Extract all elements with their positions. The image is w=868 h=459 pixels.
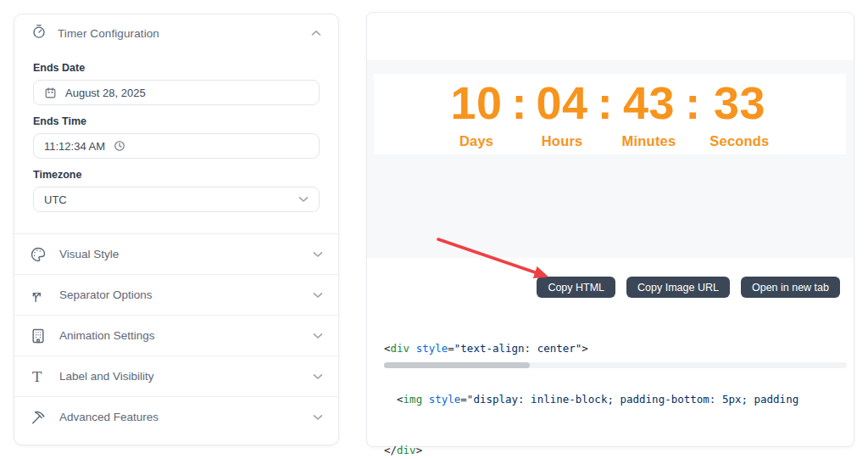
building-icon — [30, 327, 47, 344]
countdown-separator: : — [676, 80, 709, 126]
open-in-new-tab-button[interactable]: Open in new tab — [741, 277, 840, 298]
minutes-value: 43 — [623, 80, 675, 126]
countdown-separator: : — [503, 80, 537, 126]
seconds-label: Seconds — [709, 133, 769, 149]
timezone-label: Timezone — [33, 169, 320, 181]
timer-config-fields: Ends Date August 28, 2025 Ends Time 11:1… — [14, 62, 338, 212]
code-line: <div style="text-align: center"> — [384, 340, 853, 357]
chevron-down-icon — [298, 196, 309, 203]
export-actions: Copy HTML Copy Image URL Open in new tab — [537, 277, 840, 298]
countdown-days: 10 Days — [450, 80, 502, 149]
copy-html-button[interactable]: Copy HTML — [537, 277, 615, 298]
svg-text:T: T — [32, 368, 42, 385]
section-visual-style[interactable]: Visual Style — [14, 233, 338, 274]
section-animation-settings[interactable]: Animation Settings — [14, 315, 338, 355]
scrollbar-thumb[interactable] — [384, 362, 530, 368]
section-advanced-features[interactable]: Advanced Features — [14, 396, 338, 437]
timer-widget-builder: Timer Configuration Ends Date August 28,… — [0, 0, 868, 459]
minutes-label: Minutes — [622, 133, 676, 149]
pickaxe-icon — [30, 409, 47, 426]
days-label: Days — [459, 133, 493, 149]
chevron-up-icon — [311, 30, 321, 36]
ends-date-label: Ends Date — [33, 62, 320, 74]
chevron-down-icon — [313, 373, 323, 380]
code-horizontal-scrollbar[interactable] — [384, 362, 847, 368]
ends-date-input[interactable]: August 28, 2025 — [33, 80, 320, 105]
section-title: Advanced Features — [59, 411, 159, 423]
clock-icon — [114, 140, 125, 152]
section-title: Animation Settings — [59, 329, 155, 342]
ends-date-value: August 28, 2025 — [65, 87, 146, 99]
section-label-and-visibility[interactable]: T Label and Visibility — [14, 355, 338, 396]
section-title: Timer Configuration — [58, 27, 159, 40]
section-title: Separator Options — [59, 288, 153, 301]
countdown-hours: 04 Hours — [537, 80, 588, 149]
seconds-value: 33 — [714, 80, 765, 126]
timezone-select[interactable]: UTC — [33, 187, 320, 212]
code-line: <img style="display: inline-block; paddi… — [384, 391, 853, 408]
calendar-icon — [44, 87, 57, 99]
ends-time-value: 11:12:34 AM — [44, 140, 105, 153]
chevron-down-icon — [313, 414, 323, 421]
section-title: Label and Visibility — [59, 370, 154, 383]
ends-time-input[interactable]: 11:12:34 AM — [33, 133, 320, 159]
countdown-minutes: 43 Minutes — [622, 80, 676, 149]
text-icon: T — [30, 368, 47, 385]
chevron-down-icon — [313, 333, 323, 339]
section-timer-configuration[interactable]: Timer Configuration — [14, 14, 338, 52]
configuration-panel: Timer Configuration Ends Date August 28,… — [14, 14, 339, 445]
embed-code-snippet: <div style="text-align: center"> <img st… — [384, 306, 853, 459]
chevron-down-icon — [313, 251, 323, 258]
section-separator-options[interactable]: Separator Options — [14, 274, 338, 315]
stopwatch-icon — [31, 24, 47, 42]
ends-time-label: Ends Time — [33, 115, 320, 127]
countdown-separator: : — [588, 80, 622, 126]
countdown-display: 10 Days : 04 Hours : 43 Minutes : 33 Sec… — [450, 80, 769, 149]
code-line: </div> — [384, 442, 853, 459]
split-arrows-icon — [30, 287, 47, 304]
countdown-preview: 10 Days : 04 Hours : 43 Minutes : 33 Sec… — [374, 74, 846, 154]
timezone-value: UTC — [44, 193, 67, 206]
days-value: 10 — [450, 80, 502, 126]
hours-value: 04 — [537, 80, 588, 126]
copy-image-url-button[interactable]: Copy Image URL — [626, 277, 730, 298]
hours-label: Hours — [542, 133, 583, 149]
section-title: Visual Style — [59, 248, 119, 260]
collapsed-sections: Visual Style Separator Options — [14, 233, 338, 437]
chevron-down-icon — [313, 292, 323, 299]
preview-panel: 10 Days : 04 Hours : 43 Minutes : 33 Sec… — [366, 12, 854, 447]
countdown-seconds: 33 Seconds — [709, 80, 769, 149]
palette-icon — [30, 246, 47, 263]
